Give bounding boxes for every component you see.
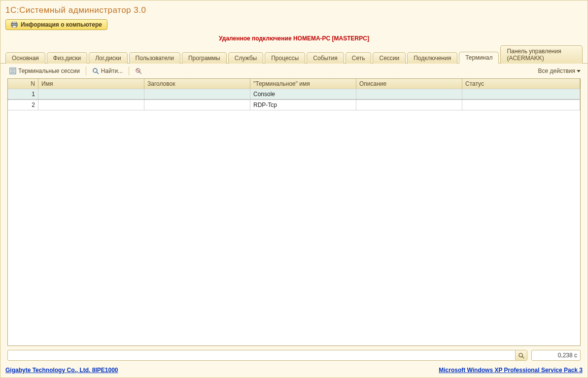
bottom-bar: 0,238 с — [0, 346, 588, 365]
svg-rect-1 — [12, 22, 16, 23]
svg-line-14 — [522, 356, 524, 358]
svg-line-11 — [139, 72, 141, 74]
svg-line-9 — [97, 72, 99, 74]
tab-4[interactable]: Программы — [182, 52, 227, 64]
tab-5[interactable]: Службы — [228, 52, 263, 64]
timer-display: 0,238 с — [531, 350, 581, 361]
search-icon — [92, 68, 99, 74]
terminal-sessions-label: Терминальные сессии — [18, 68, 80, 74]
svg-point-8 — [93, 69, 97, 72]
app-window: 1С:Системный администратор 3.0 Информаци… — [0, 0, 588, 378]
cell — [144, 89, 250, 100]
top-toolbar: Информация о компьютере — [0, 17, 588, 34]
col-header-header[interactable]: Заголовок — [144, 79, 250, 89]
terminal-sessions-button[interactable]: Терминальные сессии — [7, 67, 82, 75]
svg-line-12 — [137, 69, 139, 72]
find-label: Найти... — [101, 68, 123, 74]
remote-connection-line: Удаленное подключение HOMEMA-PC [MASTERP… — [0, 34, 588, 45]
chevron-down-icon — [577, 70, 581, 72]
cell — [38, 89, 144, 100]
tab-10[interactable]: Подключения — [407, 52, 457, 64]
svg-point-3 — [16, 24, 17, 25]
col-header-desc[interactable]: Описание — [356, 79, 462, 89]
cell: Console — [250, 89, 356, 100]
tab-1[interactable]: Физ.диски — [47, 52, 87, 64]
cell — [462, 89, 580, 100]
tab-12[interactable]: Панель управления (ACERMAKK) — [500, 45, 583, 64]
svg-point-13 — [519, 353, 522, 356]
grid-body[interactable]: 1Console2RDP-Tcp — [8, 89, 580, 345]
search-box — [7, 350, 527, 361]
search-submit-button[interactable] — [515, 350, 527, 360]
find-button[interactable]: Найти... — [90, 67, 125, 75]
footer: Gigabyte Technology Co., Ltd. 8IPE1000 M… — [0, 365, 588, 378]
col-header-name[interactable]: Имя — [38, 79, 144, 89]
printer-icon — [11, 22, 18, 28]
col-header-status[interactable]: Статус — [462, 79, 580, 89]
data-grid: N Имя Заголовок "Терминальное" имя Описа… — [7, 78, 581, 346]
table-row[interactable]: 2RDP-Tcp — [8, 100, 580, 110]
search-clear-icon — [135, 68, 142, 74]
tab-9[interactable]: Сессии — [373, 52, 406, 64]
inner-toolbar: Терминальные сессии Найти... — [0, 64, 588, 78]
grid-header: N Имя Заголовок "Терминальное" имя Описа… — [8, 79, 580, 89]
motherboard-link[interactable]: Gigabyte Technology Co., Ltd. 8IPE1000 — [5, 367, 118, 374]
cell — [462, 100, 580, 110]
tab-0[interactable]: Основная — [5, 52, 45, 64]
all-actions-label: Все действия — [538, 68, 575, 74]
os-link[interactable]: Microsoft Windows XP Professional Servic… — [439, 367, 583, 374]
cell — [144, 100, 250, 110]
toolbar-separator — [129, 67, 129, 75]
tab-8[interactable]: Сеть — [346, 52, 372, 64]
clear-search-button[interactable] — [133, 67, 144, 75]
search-icon — [518, 352, 524, 359]
cell: 2 — [8, 100, 38, 110]
col-header-n[interactable]: N — [8, 79, 38, 89]
cell: RDP-Tcp — [250, 100, 356, 110]
tab-3[interactable]: Пользователи — [129, 52, 180, 64]
search-input[interactable] — [8, 350, 515, 360]
tab-7[interactable]: События — [307, 52, 344, 64]
cell — [356, 89, 462, 100]
tab-2[interactable]: Лог.диски — [89, 52, 127, 64]
computer-info-label: Информация о компьютере — [21, 21, 102, 28]
computer-info-button[interactable]: Информация о компьютере — [5, 19, 107, 30]
cell: 1 — [8, 89, 38, 100]
col-header-terminal[interactable]: "Терминальное" имя — [250, 79, 356, 89]
list-icon — [9, 68, 16, 74]
tab-6[interactable]: Процессы — [265, 52, 305, 64]
table-row[interactable]: 1Console — [8, 89, 580, 100]
cell — [356, 100, 462, 110]
app-title: 1С:Системный администратор 3.0 — [0, 0, 588, 17]
all-actions-menu[interactable]: Все действия — [538, 68, 581, 74]
cell — [38, 100, 144, 110]
toolbar-separator — [86, 67, 86, 75]
tab-bar: ОсновнаяФиз.дискиЛог.дискиПользователиПр… — [0, 45, 588, 64]
svg-rect-2 — [12, 26, 16, 28]
tab-11[interactable]: Терминал — [459, 52, 499, 64]
